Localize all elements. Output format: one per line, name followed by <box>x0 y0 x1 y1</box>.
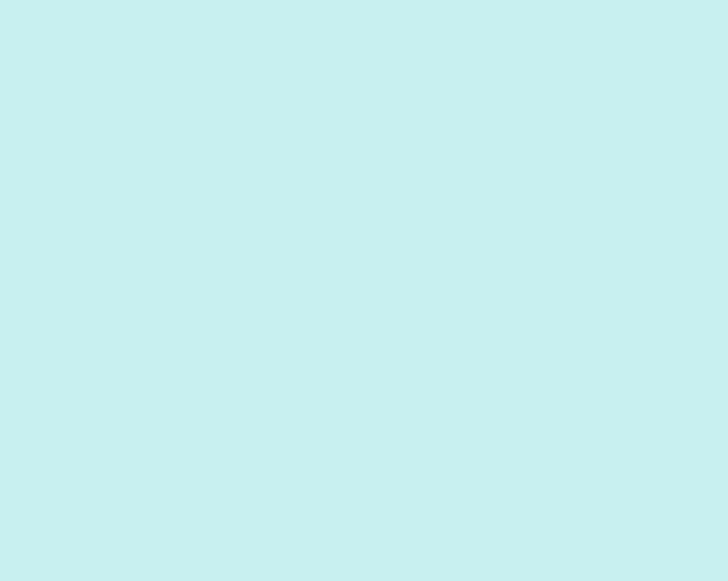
diagram-container <box>0 0 728 581</box>
arrows-svg <box>0 0 728 581</box>
